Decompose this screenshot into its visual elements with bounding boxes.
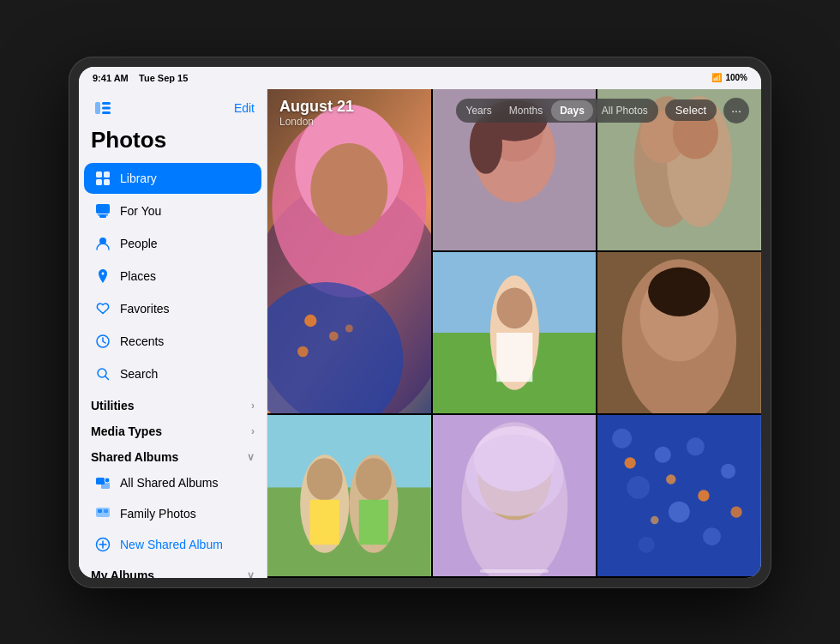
svg-point-73 bbox=[703, 527, 721, 545]
date-info: August 21 London bbox=[279, 98, 354, 128]
svg-point-30 bbox=[329, 331, 339, 340]
date-subtitle: London bbox=[279, 116, 354, 128]
sidebar: Edit Photos Library bbox=[79, 89, 267, 578]
svg-rect-53 bbox=[267, 415, 431, 496]
content-area: August 21 London Years Months Days All P… bbox=[267, 89, 761, 578]
status-bar: 9:41 AM Tue Sep 15 📶 100% bbox=[79, 67, 761, 89]
new-album-icon bbox=[94, 536, 111, 553]
svg-rect-7 bbox=[104, 179, 110, 185]
utilities-chevron: › bbox=[251, 400, 255, 412]
sharedalbums-chevron: ∨ bbox=[247, 451, 255, 463]
edit-button[interactable]: Edit bbox=[234, 101, 255, 115]
svg-rect-8 bbox=[96, 204, 110, 214]
allshared-label: All Shared Albums bbox=[120, 476, 218, 490]
svg-rect-1 bbox=[102, 102, 111, 105]
familyphotos-label: Family Photos bbox=[120, 507, 196, 521]
scroll-indicator bbox=[480, 569, 549, 573]
people-icon bbox=[94, 235, 111, 252]
filter-years[interactable]: Years bbox=[458, 100, 501, 121]
svg-point-74 bbox=[639, 536, 655, 552]
svg-point-16 bbox=[105, 478, 110, 483]
select-button[interactable]: Select bbox=[665, 99, 717, 121]
photo-cell-6[interactable] bbox=[267, 415, 431, 576]
svg-rect-10 bbox=[98, 214, 108, 216]
filter-months[interactable]: Months bbox=[501, 100, 551, 121]
sidebar-item-favorites[interactable]: Favorites bbox=[84, 293, 261, 324]
svg-rect-0 bbox=[95, 102, 100, 114]
svg-rect-19 bbox=[104, 509, 108, 513]
myalbums-label: My Albums bbox=[91, 569, 154, 578]
svg-point-70 bbox=[687, 437, 705, 455]
sidebar-item-people[interactable]: People bbox=[84, 228, 261, 259]
photo-cell-1[interactable] bbox=[267, 89, 431, 413]
photo-cell-5[interactable] bbox=[597, 252, 761, 413]
library-icon bbox=[94, 170, 111, 187]
svg-point-65 bbox=[465, 434, 563, 515]
svg-rect-18 bbox=[98, 509, 102, 513]
ipad-device: 9:41 AM Tue Sep 15 📶 100% bbox=[69, 57, 771, 588]
sidebar-item-library[interactable]: Library bbox=[84, 163, 261, 194]
sidebar-item-search[interactable]: Search bbox=[84, 358, 261, 389]
sidebar-item-allshared[interactable]: All Shared Albums bbox=[84, 468, 261, 497]
recents-icon bbox=[94, 333, 111, 350]
svg-rect-5 bbox=[104, 172, 110, 178]
device-screen: 9:41 AM Tue Sep 15 📶 100% bbox=[79, 67, 761, 578]
allshared-icon bbox=[94, 474, 111, 491]
foryou-label: For You bbox=[120, 204, 161, 218]
sharedalbums-label: Shared Albums bbox=[91, 450, 178, 464]
mediatypes-label: Media Types bbox=[91, 424, 162, 438]
search-icon bbox=[94, 365, 111, 382]
more-button[interactable]: ··· bbox=[723, 98, 749, 123]
wifi-icon: 📶 bbox=[711, 73, 722, 82]
places-icon bbox=[94, 268, 111, 285]
svg-rect-4 bbox=[96, 172, 102, 178]
sidebar-item-places[interactable]: Places bbox=[84, 261, 261, 292]
photo-cell-8[interactable] bbox=[597, 415, 761, 576]
status-right: 📶 100% bbox=[711, 73, 747, 82]
status-left: 9:41 AM Tue Sep 15 bbox=[93, 73, 188, 83]
mediatypes-chevron: › bbox=[251, 425, 255, 437]
svg-point-71 bbox=[721, 463, 735, 478]
sharedalbums-section[interactable]: Shared Albums ∨ bbox=[79, 442, 267, 467]
svg-point-47 bbox=[496, 287, 532, 328]
svg-rect-6 bbox=[96, 179, 102, 185]
photo-cell-4[interactable] bbox=[433, 252, 597, 413]
sidebar-header: Edit bbox=[79, 89, 267, 123]
new-shared-album-btn[interactable]: New Shared Album bbox=[84, 530, 261, 559]
app-area: Edit Photos Library bbox=[79, 89, 761, 578]
people-label: People bbox=[120, 237, 158, 250]
svg-point-77 bbox=[699, 490, 710, 501]
sidebar-item-foryou[interactable]: For You bbox=[84, 196, 261, 226]
new-album-label: New Shared Album bbox=[120, 538, 223, 551]
foryou-icon bbox=[94, 202, 111, 220]
myalbums-section[interactable]: My Albums ∨ bbox=[79, 560, 267, 578]
svg-rect-57 bbox=[310, 499, 339, 544]
utilities-label: Utilities bbox=[91, 399, 135, 412]
sidebar-toggle-icon[interactable] bbox=[91, 96, 115, 120]
filter-days[interactable]: Days bbox=[551, 100, 593, 121]
svg-point-75 bbox=[625, 457, 636, 468]
svg-point-76 bbox=[666, 474, 675, 484]
date-title: August 21 bbox=[279, 98, 354, 116]
library-label: Library bbox=[120, 172, 157, 185]
svg-point-68 bbox=[655, 446, 671, 462]
recents-label: Recents bbox=[120, 334, 164, 348]
time-filter: Years Months Days All Photos bbox=[456, 99, 658, 123]
utilities-section[interactable]: Utilities › bbox=[79, 390, 267, 416]
sidebar-item-familyphotos[interactable]: Family Photos bbox=[84, 499, 261, 528]
svg-rect-15 bbox=[101, 482, 110, 489]
svg-point-56 bbox=[307, 458, 343, 501]
svg-rect-2 bbox=[102, 106, 111, 109]
svg-point-59 bbox=[356, 458, 392, 501]
photo-cell-7[interactable] bbox=[433, 415, 597, 576]
svg-point-78 bbox=[651, 515, 659, 524]
mediatypes-section[interactable]: Media Types › bbox=[79, 416, 267, 442]
familyphotos-icon bbox=[94, 505, 111, 522]
sidebar-item-recents[interactable]: Recents bbox=[84, 326, 261, 357]
status-date: Tue Sep 15 bbox=[139, 73, 188, 83]
myalbums-chevron: ∨ bbox=[247, 569, 255, 578]
svg-point-32 bbox=[345, 324, 353, 332]
filter-allphotos[interactable]: All Photos bbox=[593, 100, 657, 121]
search-label: Search bbox=[120, 367, 158, 381]
favorites-icon bbox=[94, 300, 111, 317]
